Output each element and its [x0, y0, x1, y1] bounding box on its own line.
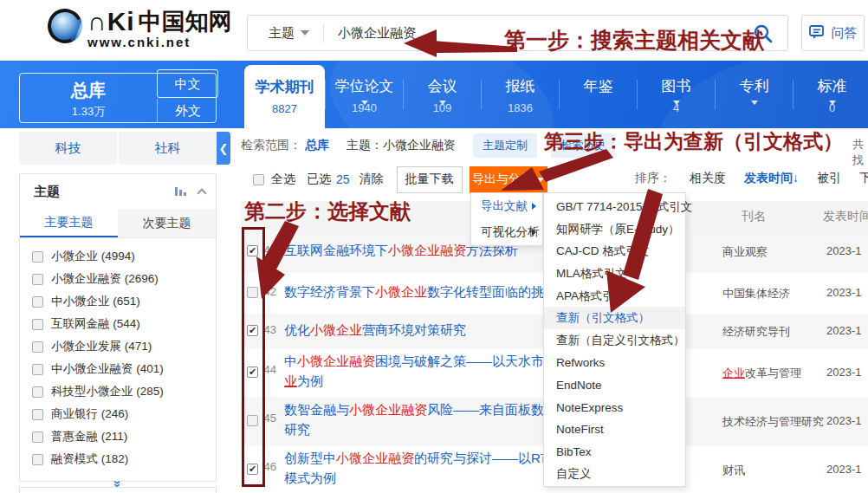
sidebar-tab-social[interactable]: 社科: [119, 132, 217, 165]
scope-label: 检索范围：: [241, 138, 301, 153]
resource-tab-会议[interactable]: 会议109: [403, 80, 481, 109]
format-item[interactable]: NoteFirst: [544, 418, 685, 441]
resource-tab-学位论文[interactable]: 学位论文1940: [325, 80, 403, 109]
topic-checkbox[interactable]: [32, 341, 43, 353]
topic-checkbox[interactable]: [32, 409, 43, 420]
topic-item[interactable]: 商业银行 (246): [32, 403, 216, 425]
chart-bars-icon[interactable]: [175, 187, 186, 196]
topic-item[interactable]: 互联网金融 (544): [32, 313, 216, 335]
topic-item[interactable]: 中小微企业 (651): [32, 290, 216, 313]
tab-count: 8827: [244, 102, 325, 115]
journal-link[interactable]: 经济研究导刊: [722, 324, 790, 340]
resource-tab-标准[interactable]: 标准0: [793, 80, 868, 109]
journal-link[interactable]: 财讯: [722, 463, 745, 478]
format-item[interactable]: 查新（引文格式）: [544, 307, 685, 329]
sort-option-发表时间[interactable]: 发表时间↓: [744, 171, 799, 186]
search-input[interactable]: [324, 26, 584, 41]
format-item[interactable]: EndNote: [544, 374, 685, 397]
row-checkbox[interactable]: ✔: [247, 245, 258, 256]
article-title-link[interactable]: 数智金融与小微企业融资风险——来自面板数据: [284, 402, 557, 418]
format-item[interactable]: 自定义: [544, 463, 685, 485]
lang-tab-chinese[interactable]: 中文: [157, 69, 218, 98]
topic-item[interactable]: 融资模式 (182): [32, 448, 216, 470]
resource-tab-年鉴[interactable]: 年鉴: [559, 80, 637, 109]
topic-checkbox[interactable]: [32, 431, 43, 443]
topic-item[interactable]: 中小微企业融资 (401): [32, 358, 216, 380]
format-item[interactable]: MLA格式引文: [544, 263, 685, 285]
cnki-logo[interactable]: ∩Ki 中国知网 www.cnki.net: [48, 9, 232, 49]
sort-option-相关度[interactable]: 相关度: [690, 171, 726, 186]
total-db-button[interactable]: 总库 1.33万: [20, 74, 157, 122]
select-all-label[interactable]: 全选: [271, 172, 295, 187]
topic-item[interactable]: 小微企业 (4994): [32, 245, 216, 268]
journal-link[interactable]: 中国集体经济: [722, 286, 790, 302]
select-all-checkbox[interactable]: [253, 174, 264, 185]
chevron-up-icon[interactable]: [197, 188, 206, 198]
topic-item[interactable]: 普惠金融 (211): [32, 425, 216, 448]
resource-tab-图书[interactable]: 图书4: [637, 80, 715, 109]
topic-label: 普惠金融 (211): [51, 429, 127, 444]
menu-item-可视化分析[interactable]: 可视化分析: [471, 219, 542, 245]
article-title-link[interactable]: 创新型中小微企业融资的研究与探讨——以R市: [284, 451, 554, 467]
format-item[interactable]: BibTex: [544, 441, 685, 464]
caret-down-icon: [829, 101, 836, 105]
journal-link[interactable]: 商业观察: [722, 244, 768, 260]
row-checkbox[interactable]: ✔: [247, 325, 258, 336]
article-title-link[interactable]: 优化小微企业营商环境对策研究: [284, 322, 466, 339]
lang-tab-foreign[interactable]: 外文: [157, 99, 218, 123]
tab-main-topics[interactable]: 主要主题: [20, 209, 118, 237]
clear-button[interactable]: 清除: [360, 172, 384, 187]
format-item[interactable]: Refworks: [544, 352, 685, 374]
row-checkbox[interactable]: [247, 415, 258, 426]
topic-checkbox[interactable]: [32, 319, 43, 330]
row-checkbox[interactable]: ✔: [247, 464, 258, 475]
sidebar-collapse-button[interactable]: ❮: [217, 132, 230, 165]
format-item[interactable]: 知网研学（原E-Study）: [544, 218, 685, 241]
sort-option-被引[interactable]: 被引: [817, 171, 841, 186]
article-title-link[interactable]: 研究: [284, 422, 310, 438]
topic-label: 商业银行 (246): [51, 406, 128, 422]
sort-option-下载[interactable]: 下载: [859, 171, 868, 186]
topic-checkbox[interactable]: [32, 386, 43, 398]
qa-button[interactable]: 问答: [801, 15, 865, 51]
export-analyze-button[interactable]: 导出与分析: [470, 166, 547, 193]
sidebar-tab-science[interactable]: 科技: [19, 132, 117, 165]
article-title-link[interactable]: 业为例: [284, 373, 323, 390]
topic-checkbox[interactable]: [32, 296, 43, 308]
menu-item-导出文献[interactable]: 导出文献: [471, 193, 542, 219]
article-title-link[interactable]: 中小微企业融资困境与破解之策——以天水市工: [284, 354, 557, 370]
row-checkbox[interactable]: [247, 287, 258, 298]
resource-tab-报纸[interactable]: 报纸1836: [481, 80, 559, 109]
row-number: 45: [259, 412, 276, 425]
article-title-link[interactable]: 数字经济背景下小微企业数字化转型面临的挑战: [284, 284, 557, 301]
scope-value[interactable]: 总库: [305, 138, 329, 153]
resource-tab-学术期刊[interactable]: 学术期刊8827: [244, 65, 325, 128]
topic-item[interactable]: 科技型小微企业 (285): [32, 380, 216, 403]
topic-custom-badge[interactable]: 主题定制: [473, 133, 537, 158]
search-icon[interactable]: [753, 23, 774, 44]
topic-item[interactable]: 小微企业发展 (471): [32, 335, 216, 358]
row-checkbox[interactable]: ✔: [247, 367, 258, 378]
search-field-select[interactable]: 主题: [248, 25, 323, 42]
tab-secondary-topics[interactable]: 次要主题: [118, 209, 216, 237]
format-item[interactable]: 查新（自定义引文格式）: [544, 329, 685, 352]
format-item[interactable]: NoteExpress: [544, 396, 685, 418]
chevron-down-icon: [301, 30, 309, 36]
format-item[interactable]: GB/T 7714-2015 格式引文: [544, 196, 685, 218]
format-item[interactable]: APA格式引文: [544, 285, 685, 308]
resource-tab-专利[interactable]: 专利: [715, 80, 793, 109]
topic-item[interactable]: 小微企业融资 (2696): [32, 268, 216, 290]
tab-label: 图书: [638, 76, 715, 96]
search-history-badge[interactable]: 检索历史: [551, 133, 615, 158]
keyword-highlight: 小微企业融资: [349, 402, 427, 417]
topic-checkbox[interactable]: [32, 274, 43, 285]
batch-download-button[interactable]: 批量下载: [397, 166, 463, 193]
topic-checkbox[interactable]: [32, 251, 43, 263]
topic-checkbox[interactable]: [32, 364, 43, 375]
topic-checkbox[interactable]: [32, 454, 43, 465]
journal-link[interactable]: 技术经济与管理研究: [722, 414, 824, 430]
format-item[interactable]: CAJ-CD 格式引文: [544, 240, 685, 263]
journal-link[interactable]: 企业改革与管理: [722, 366, 801, 381]
article-title-link[interactable]: 模式为例: [284, 470, 336, 487]
col-journal: 刊名: [742, 209, 766, 224]
